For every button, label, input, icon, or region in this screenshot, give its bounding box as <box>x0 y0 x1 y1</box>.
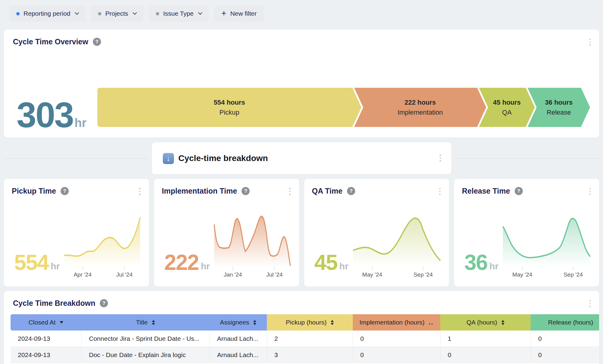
help-icon[interactable] <box>61 187 69 195</box>
column-header-release-hours[interactable]: Release (hours) <box>531 314 599 331</box>
column-label: Implementation (hours) <box>359 319 425 326</box>
column-header-implementation-hours[interactable]: Implementation (hours) .. <box>353 314 440 331</box>
sort-icon <box>331 320 334 325</box>
help-icon[interactable] <box>347 187 355 195</box>
x-tick-label: Jul '24 <box>116 267 132 278</box>
total-cycle-time: 303 hr <box>17 101 87 129</box>
divider-line <box>4 158 148 159</box>
stage-name: Pickup <box>219 109 239 116</box>
qa-time-card: QA Time 45 hr <box>304 179 449 286</box>
kebab-menu-icon[interactable] <box>438 187 442 196</box>
kebab-menu-icon[interactable] <box>138 187 142 196</box>
table-row[interactable]: 2024-09-13 Doc - Due Date - Explain Jira… <box>11 347 599 363</box>
cell-title: Connector Jira - Sprint Due Date - Us... <box>81 331 210 347</box>
column-label: Release (hours) <box>548 319 593 326</box>
sort-icon <box>501 320 504 325</box>
table-row[interactable]: 2024-09-13 Connector Jira - Sprint Due D… <box>11 331 599 347</box>
metric-number: 222 <box>164 254 199 271</box>
sort-icon-truncated: .. <box>429 319 434 326</box>
funnel-stage-pickup: 554 hours Pickup <box>97 88 361 127</box>
x-tick-label: May '24 <box>512 267 532 278</box>
filter-issue-type-label: Issue Type <box>163 10 194 17</box>
x-tick-label: Sep '24 <box>564 267 583 278</box>
implementation-time-value: 222 hr <box>164 254 210 271</box>
help-icon[interactable] <box>242 187 250 195</box>
release-sparkline: May '24 Sep '24 <box>502 215 591 278</box>
implementation-time-title: Implementation Time <box>162 187 237 195</box>
help-icon[interactable] <box>515 187 523 195</box>
sort-icon <box>152 320 155 325</box>
column-header-pickup-hours[interactable]: Pickup (hours) <box>267 314 353 331</box>
active-filter-dot <box>16 12 20 15</box>
table-header-row: Closed At Title Assignees Pickup (hours)… <box>11 314 599 331</box>
kebab-menu-icon[interactable] <box>288 187 292 196</box>
breakdown-table: Closed At Title Assignees Pickup (hours)… <box>11 314 599 363</box>
filter-projects[interactable]: Projects <box>91 5 144 22</box>
pickup-time-title: Pickup Time <box>12 187 56 195</box>
stage-name: Implementation <box>397 109 443 116</box>
column-header-qa-hours[interactable]: QA (hours) <box>440 314 531 331</box>
kebab-menu-icon[interactable] <box>588 187 592 196</box>
chevron-down-icon <box>133 10 137 14</box>
metric-unit: hr <box>489 262 498 271</box>
cell-assignees: Arnaud Lach... <box>210 331 267 347</box>
help-icon[interactable] <box>93 38 101 46</box>
column-header-assignees[interactable]: Assignees <box>210 314 267 331</box>
cell-qa-hours: 1 <box>440 331 531 347</box>
x-axis-labels: Apr '24 Jul '24 <box>63 267 141 278</box>
divider-line <box>455 158 600 159</box>
cell-pickup-hours: 2 <box>267 331 353 347</box>
filter-reporting-period-label: Reporting period <box>24 10 70 17</box>
x-axis-labels: May '24 Sep '24 <box>502 267 591 278</box>
column-header-title[interactable]: Title <box>81 314 210 331</box>
cell-pickup-hours: 3 <box>267 347 353 363</box>
x-tick-label: May '24 <box>362 267 382 278</box>
cell-implementation-hours: 0 <box>353 331 440 347</box>
pickup-sparkline: Apr '24 Jul '24 <box>63 215 141 278</box>
cell-qa-hours: 0 <box>440 347 531 363</box>
cell-implementation-hours: 0 <box>353 347 440 363</box>
metric-unit: hr <box>201 262 210 271</box>
chevron-down-icon <box>198 10 202 14</box>
cell-closed-at: 2024-09-13 <box>11 347 81 363</box>
breakdown-banner-title: Cycle-time breakdown <box>178 154 268 163</box>
implementation-sparkline: Jan '24 Jul '24 <box>213 215 291 278</box>
release-time-title: Release Time <box>462 187 510 195</box>
kebab-menu-icon[interactable] <box>588 37 592 47</box>
stage-hours: 45 hours <box>493 99 521 106</box>
cycle-time-funnel: 554 hours Pickup 222 hours Implementatio… <box>97 88 590 127</box>
qa-sparkline: May '24 Sep '24 <box>352 215 441 278</box>
plus-icon <box>221 9 226 17</box>
x-tick-label: Sep '24 <box>413 267 433 278</box>
cell-closed-at: 2024-09-13 <box>11 331 81 347</box>
pickup-time-card: Pickup Time 554 hr <box>4 179 149 286</box>
qa-time-value: 45 hr <box>314 254 349 271</box>
column-header-closed-at[interactable]: Closed At <box>11 314 81 331</box>
kebab-menu-icon[interactable] <box>438 153 442 163</box>
filter-reporting-period[interactable]: Reporting period <box>9 5 86 22</box>
column-label: Title <box>136 319 148 326</box>
new-filter-label: New filter <box>230 10 257 17</box>
filter-projects-label: Projects <box>105 10 128 17</box>
chevron-down-icon <box>75 10 79 14</box>
breakdown-banner-row: Cycle-time breakdown <box>0 142 603 174</box>
x-tick-label: Jul '24 <box>266 267 283 278</box>
sort-icon <box>253 320 256 325</box>
metric-unit: hr <box>339 262 349 271</box>
filter-issue-type[interactable]: Issue Type <box>149 5 209 22</box>
new-filter-button[interactable]: New filter <box>214 5 264 22</box>
cycle-time-breakdown-card: Cycle Time Breakdown Closed At Title Ass… <box>4 291 599 364</box>
funnel-stage-implementation: 222 hours Implementation <box>354 88 486 127</box>
stage-hours: 222 hours <box>405 99 436 106</box>
help-icon[interactable] <box>100 299 108 307</box>
column-label: Closed At <box>29 319 56 326</box>
x-tick-label: Apr '24 <box>74 267 92 278</box>
column-label: QA (hours) <box>466 319 497 326</box>
stage-hours: 36 hours <box>545 99 573 106</box>
filter-bar: Reporting period Projects Issue Type New… <box>0 0 603 22</box>
kebab-menu-icon[interactable] <box>588 299 592 309</box>
stage-name: QA <box>502 109 512 116</box>
funnel-stage-release: 36 hours Release <box>528 88 590 127</box>
funnel-stage-qa: 45 hours QA <box>479 88 535 127</box>
down-arrow-emoji-icon <box>163 153 174 164</box>
